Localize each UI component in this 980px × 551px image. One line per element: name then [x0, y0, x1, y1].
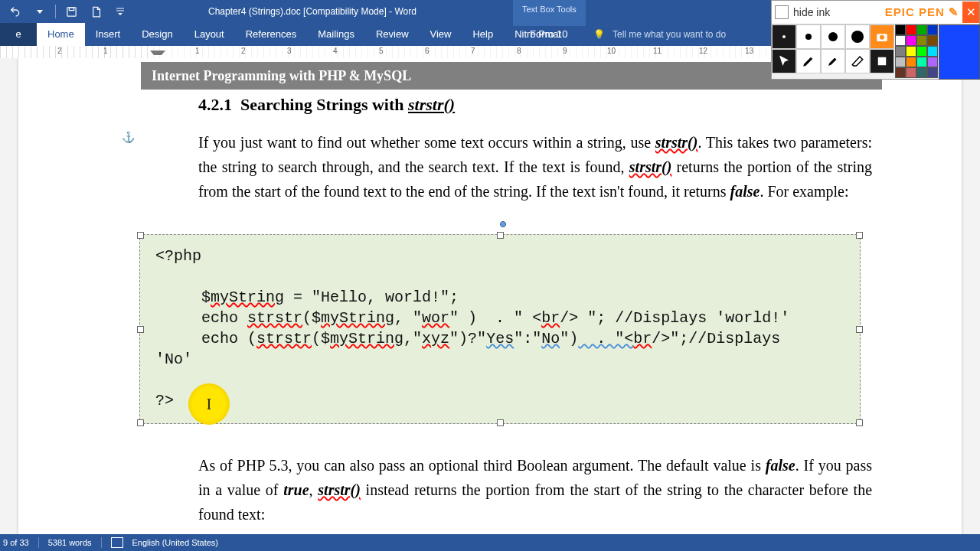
swatch[interactable]	[906, 35, 916, 46]
swatch[interactable]	[916, 57, 927, 67]
tab-view[interactable]: View	[420, 23, 462, 46]
heading-4-2-1: 4.2.1 Searching Strings with strstr()	[198, 95, 872, 115]
tool-cursor[interactable]	[772, 49, 796, 73]
tab-help[interactable]: Help	[462, 23, 504, 46]
current-color[interactable]	[939, 24, 980, 80]
redo-dropdown[interactable]	[31, 2, 49, 21]
resize-handle[interactable]	[856, 419, 863, 426]
swatch[interactable]	[906, 57, 916, 67]
resize-handle[interactable]	[856, 326, 863, 333]
svg-point-7	[880, 35, 884, 40]
color-swatches	[895, 24, 938, 78]
swatch[interactable]	[895, 67, 906, 78]
code-textbox[interactable]: <?php $myString = "Hello, world!"; echo …	[139, 234, 861, 424]
new-doc-button[interactable]	[87, 2, 105, 21]
resize-handle[interactable]	[137, 326, 144, 333]
hide-ink-label: hide ink	[793, 6, 885, 18]
resize-handle[interactable]	[497, 419, 504, 426]
svg-point-3	[805, 34, 812, 40]
tab-review[interactable]: Review	[365, 23, 420, 46]
swatch[interactable]	[916, 46, 927, 57]
svg-point-4	[828, 32, 838, 41]
swatch[interactable]	[895, 57, 906, 67]
tab-references[interactable]: References	[235, 23, 307, 46]
swatch[interactable]	[927, 46, 938, 57]
tool-dot-med[interactable]	[796, 24, 821, 49]
save-button[interactable]	[62, 2, 80, 21]
status-page[interactable]: 9 of 33	[3, 538, 29, 547]
tool-pencil[interactable]	[796, 49, 821, 73]
swatch[interactable]	[906, 24, 916, 35]
swatch[interactable]	[895, 46, 906, 57]
page: Internet Programming with PHP & MySQL AS…	[18, 58, 962, 534]
tab-layout[interactable]: Layout	[184, 23, 235, 46]
epic-tool-grid	[772, 24, 894, 78]
resize-handle[interactable]	[137, 419, 144, 426]
swatch[interactable]	[927, 67, 938, 78]
tool-camera[interactable]	[870, 24, 894, 49]
resize-handle[interactable]	[137, 232, 144, 239]
header-left-title: Internet Programming with PHP & MySQL	[152, 68, 411, 84]
swatch[interactable]	[927, 35, 938, 46]
context-tab-label: Text Box Tools	[513, 0, 586, 26]
tab-home[interactable]: Home	[37, 23, 85, 46]
code-content[interactable]: <?php $myString = "Hello, world!"; echo …	[155, 246, 789, 411]
swatch[interactable]	[927, 57, 938, 67]
cursor-highlight: I	[188, 383, 230, 425]
status-word-count[interactable]: 5381 words	[48, 538, 92, 547]
tab-insert[interactable]: Insert	[85, 23, 132, 46]
swatch[interactable]	[906, 46, 916, 57]
status-language[interactable]: English (United States)	[132, 538, 219, 547]
epic-pen-panel[interactable]: hide ink EPIC PEN ✎ ✕	[771, 0, 980, 80]
tool-dot-small[interactable]	[772, 24, 796, 49]
swatch[interactable]	[916, 35, 927, 46]
undo-button[interactable]	[6, 2, 24, 21]
document-title: Chapter4 (Strings).doc [Compatibility Mo…	[208, 0, 416, 23]
paragraph-intro: If you just want to find out whether som…	[198, 130, 872, 204]
swatch[interactable]	[906, 67, 916, 78]
tab-mailings[interactable]: Mailings	[307, 23, 365, 46]
tool-clear[interactable]	[870, 49, 894, 73]
tool-dot-xl[interactable]	[845, 24, 870, 49]
bulb-icon: 💡	[593, 29, 605, 40]
tab-file[interactable]: e	[0, 23, 37, 46]
tool-dot-large[interactable]	[821, 24, 845, 49]
tool-eraser[interactable]	[845, 49, 870, 73]
swatch[interactable]	[916, 67, 927, 78]
epic-close-button[interactable]: ✕	[962, 2, 979, 23]
epic-pen-logo: EPIC PEN ✎	[885, 5, 962, 19]
tell-me-placeholder: Tell me what you want to do	[612, 29, 726, 40]
tool-highlighter[interactable]	[821, 49, 845, 73]
svg-rect-0	[67, 7, 75, 15]
tab-format[interactable]: Format	[519, 23, 572, 46]
swatch[interactable]	[895, 35, 906, 46]
svg-point-5	[851, 31, 864, 43]
tab-design[interactable]: Design	[131, 23, 183, 46]
svg-rect-1	[69, 7, 74, 10]
hide-ink-checkbox[interactable]	[775, 5, 789, 19]
rotate-handle[interactable]	[500, 221, 506, 227]
paragraph-followup: As of PHP 5.3, you can also pass an opti…	[198, 453, 872, 527]
qat-more[interactable]	[111, 2, 129, 21]
resize-handle[interactable]	[497, 232, 504, 239]
pen-icon: ✎	[949, 5, 959, 18]
proofing-icon[interactable]	[111, 537, 123, 548]
swatch[interactable]	[916, 24, 927, 35]
quick-access-toolbar	[0, 2, 129, 21]
resize-handle[interactable]	[856, 232, 863, 239]
swatch[interactable]	[895, 24, 906, 35]
tell-me-box[interactable]: 💡 Tell me what you want to do	[593, 23, 726, 46]
swatch[interactable]	[927, 24, 938, 35]
anchor-icon[interactable]: ⚓	[122, 131, 135, 143]
document-area[interactable]: Internet Programming with PHP & MySQL AS…	[0, 58, 980, 534]
svg-rect-8	[878, 57, 887, 66]
status-bar: 9 of 33 5381 words English (United State…	[0, 534, 980, 551]
svg-point-2	[782, 35, 786, 38]
